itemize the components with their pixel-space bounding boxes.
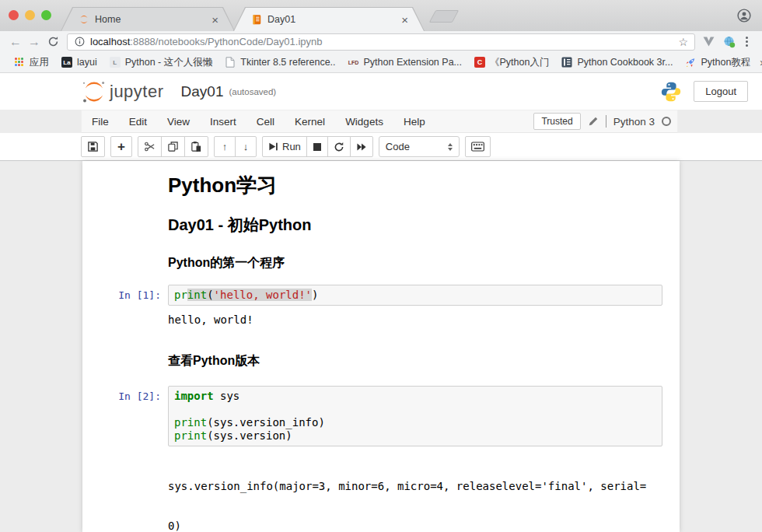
bookmarks-overflow-chevron[interactable]: » [757,56,762,68]
jupyter-menubar: File Edit View Insert Cell Kernel Widget… [81,110,678,133]
bookmark-python-tutorial[interactable]: Python教程 [679,56,757,69]
tab-title: Day01 [267,14,295,25]
close-tab-icon[interactable]: × [210,14,220,26]
close-tab-icon[interactable]: × [400,14,410,26]
chrome-menu-icon[interactable] [744,35,750,48]
run-label: Run [282,141,301,152]
notebook-book-icon [251,14,262,25]
book-cover-icon [561,57,572,68]
tab-home[interactable]: Home × [61,7,235,31]
new-tab-button[interactable] [429,10,460,23]
page-icon [225,57,236,68]
lfd-icon: LFD [348,57,359,68]
code-token: 'hello, world!' [214,289,312,301]
code-input-1[interactable]: print('hello, world!') [168,285,662,306]
jupyter-spinner-icon [79,14,89,25]
python-logo-icon [659,80,683,103]
code-token: print [174,429,207,442]
bookmark-tkinter[interactable]: Tkinter 8.5 reference.. [218,57,341,68]
code-token: (sys.version) [207,429,292,442]
tab-day01[interactable]: Day01 × [233,7,425,31]
move-cell-up-button[interactable]: ↑ [214,136,236,157]
command-palette-button[interactable] [465,136,491,157]
output-text: sys.version_info(major=3, minor=6, micro… [168,453,646,532]
menu-insert[interactable]: Insert [200,116,246,128]
output-area-2: sys.version_info(major=3, minor=6, micro… [82,453,680,532]
kernel-name: Python 3 [613,116,655,128]
kernel-idle-icon [662,117,671,126]
logout-button[interactable]: Logout [694,81,748,102]
code-token: import [174,390,214,402]
menu-help[interactable]: Help [393,116,435,128]
autosave-status: (autosaved) [229,87,276,96]
close-window-button[interactable] [9,10,19,20]
save-button[interactable] [81,136,105,157]
text-selection: int('hello, world!' [187,289,312,301]
reload-icon[interactable] [44,36,62,47]
bookmark-python-intro[interactable]: C 《Python入门 [468,56,555,69]
jupyter-logo-icon[interactable] [81,80,107,103]
jupyter-header: jupyter Day01 (autosaved) Logout [0,73,762,110]
apps-grid-icon [14,57,25,68]
ie-tab-extension-icon[interactable] [703,37,715,47]
bookmark-label: Python - 这个人很懒 [125,56,213,69]
cell-type-select[interactable]: Code [379,136,460,157]
rocket-icon [685,57,696,68]
bookmark-python-blog[interactable]: L Python - 这个人很懒 [103,56,219,69]
paste-cell-button[interactable] [184,136,208,157]
bookmark-python-extension[interactable]: LFD Python Extension Pa... [342,57,468,68]
add-cell-button[interactable]: + [110,136,132,157]
code-input-2[interactable]: import sys print(sys.version_info) print… [168,386,662,446]
jupyter-wordmark[interactable]: jupyter [110,82,164,102]
copy-cell-button[interactable] [161,136,185,157]
zoom-window-button[interactable] [41,10,51,20]
restart-kernel-button[interactable] [327,136,351,157]
menu-cell[interactable]: Cell [246,116,285,128]
tab-title: Home [95,14,121,25]
back-icon[interactable]: ← [6,35,25,49]
markdown-heading3-version: 查看Python版本 [168,353,662,369]
url-field[interactable]: localhost:8888/notebooks/PythonCode/Day0… [67,33,695,51]
menu-view[interactable]: View [157,116,200,128]
bookmarks-bar: 应用 La layui L Python - 这个人很懒 Tkinter 8.5… [0,52,762,73]
output-text: hello, world! [168,313,253,327]
info-icon[interactable] [74,37,85,47]
menu-file[interactable]: File [82,116,119,128]
letter-l-icon: L [110,57,121,68]
minimize-window-button[interactable] [25,10,35,20]
markdown-heading3-first-program: Python的第一个程序 [168,255,662,271]
run-button[interactable]: Run [262,136,307,157]
profile-icon[interactable] [737,9,751,23]
translate-globe-icon[interactable] [723,36,736,48]
url-host: localhost [90,36,130,47]
bookmark-label: 《Python入门 [490,56,549,69]
trusted-button[interactable]: Trusted [533,113,580,130]
stop-button[interactable] [306,136,328,157]
layui-icon: La [61,57,72,68]
url-path: :8888/notebooks/PythonCode/Day01.ipynb [130,36,322,47]
forward-icon[interactable]: → [25,35,44,49]
cell-type-value: Code [386,141,410,152]
divider [606,115,606,128]
code-token: sys [214,390,240,402]
bookmark-layui[interactable]: La layui [55,57,103,68]
bookmark-cookbook[interactable]: Python Cookbook 3r... [555,57,679,68]
bookmark-apps[interactable]: 应用 [8,56,55,69]
code-token: print [174,416,207,429]
bookmark-label: Python教程 [701,56,750,69]
bookmark-star-icon[interactable]: ☆ [678,36,688,48]
code-token: pr [174,289,187,301]
notebook-title[interactable]: Day01 [181,83,224,100]
restart-run-all-button[interactable] [350,136,373,157]
menu-edit[interactable]: Edit [119,116,157,128]
bookmark-label: 应用 [30,56,49,69]
traffic-lights [9,10,51,20]
move-cell-down-button[interactable]: ↓ [235,136,257,157]
menu-kernel[interactable]: Kernel [285,116,335,128]
output-line: sys.version_info(major=3, minor=6, micro… [168,480,646,493]
cut-cell-button[interactable] [138,136,162,157]
menu-widgets[interactable]: Widgets [335,116,393,128]
input-prompt: In [2]: [82,386,168,402]
bookmark-label: layui [77,57,97,68]
tab-strip: Home × Day01 × [0,0,762,31]
